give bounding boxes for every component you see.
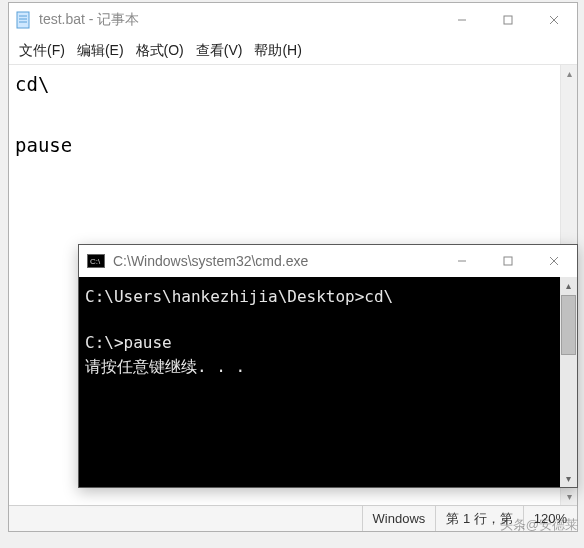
menu-edit[interactable]: 编辑(E): [77, 42, 124, 60]
scroll-down-icon[interactable]: ▾: [561, 488, 577, 505]
cmd-scrollbar[interactable]: ▴ ▾: [560, 277, 577, 487]
menu-file[interactable]: 文件(F): [19, 42, 65, 60]
maximize-button[interactable]: [485, 3, 531, 37]
notepad-icon: [15, 11, 33, 29]
minimize-button[interactable]: [439, 3, 485, 37]
cmd-terminal[interactable]: C:\Users\hankezhijia\Desktop>cd\ C:\>pau…: [79, 277, 560, 487]
notepad-title: test.bat - 记事本: [39, 11, 139, 29]
cmd-scroll-thumb[interactable]: [561, 295, 576, 355]
cmd-scroll-track[interactable]: [560, 356, 577, 470]
status-position: 第 1 行，第: [435, 506, 522, 531]
menu-help[interactable]: 帮助(H): [254, 42, 301, 60]
cmd-close-button[interactable]: [531, 245, 577, 277]
notepad-statusbar: Windows 第 1 行，第 120%: [9, 505, 577, 531]
scroll-up-icon[interactable]: ▴: [561, 65, 577, 82]
cmd-minimize-button[interactable]: [439, 245, 485, 277]
svg-rect-9: [504, 257, 512, 265]
cmd-window: C:\ C:\Windows\system32\cmd.exe C:\Users…: [78, 244, 578, 488]
svg-rect-5: [504, 16, 512, 24]
cmd-title: C:\Windows\system32\cmd.exe: [113, 253, 308, 269]
close-button[interactable]: [531, 3, 577, 37]
cmd-titlebar[interactable]: C:\ C:\Windows\system32\cmd.exe: [79, 245, 577, 277]
notepad-titlebar[interactable]: test.bat - 记事本: [9, 3, 577, 37]
cmd-icon: C:\: [87, 254, 105, 268]
status-os: Windows: [362, 506, 436, 531]
cmd-maximize-button[interactable]: [485, 245, 531, 277]
notepad-menubar: 文件(F) 编辑(E) 格式(O) 查看(V) 帮助(H): [9, 37, 577, 65]
status-zoom: 120%: [523, 506, 577, 531]
menu-view[interactable]: 查看(V): [196, 42, 243, 60]
cmd-scroll-down-icon[interactable]: ▾: [560, 470, 577, 487]
menu-format[interactable]: 格式(O): [136, 42, 184, 60]
cmd-scroll-up-icon[interactable]: ▴: [560, 277, 577, 294]
svg-rect-0: [17, 12, 29, 28]
